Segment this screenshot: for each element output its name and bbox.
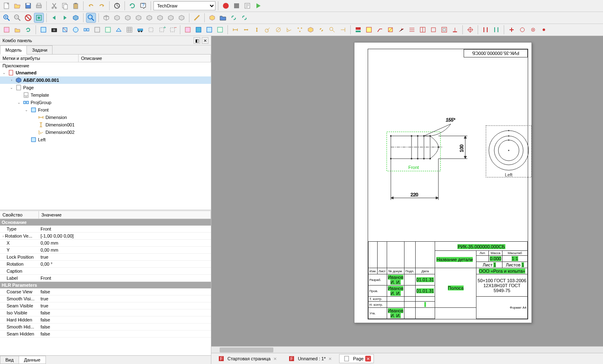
td-view-icon[interactable] [38,25,48,35]
cut-icon[interactable] [49,1,59,11]
nav-fwd-icon[interactable] [60,13,70,23]
tree-item-dim001[interactable]: Dimension001 [0,121,211,128]
td-section-icon[interactable] [60,25,70,35]
part-icon[interactable] [207,13,217,23]
tree-toggle-icon[interactable]: › [2,234,4,238]
prop-row[interactable]: TypeFront [0,226,211,233]
tree-item-page[interactable]: ⌄Page [0,84,211,91]
tree-item-dim[interactable]: Dimension [0,114,211,121]
link2-icon[interactable] [239,13,249,23]
td-projgroup-icon[interactable] [81,25,91,35]
macro-record-icon[interactable] [221,1,231,11]
td-hatch-icon[interactable] [183,25,193,35]
td-cosrect-icon[interactable] [428,25,438,35]
bottom-tab-view[interactable]: Вид [0,356,19,364]
close-icon[interactable]: ✕ [365,356,371,362]
measure-icon[interactable] [192,13,202,23]
tree-item-template[interactable]: Template [0,91,211,99]
panel-float-icon[interactable]: ◧ [194,37,200,44]
td-decor2-icon[interactable] [517,25,527,35]
view-cube1-icon[interactable] [101,13,111,23]
td-page-icon[interactable] [2,25,12,35]
td-geomhatch-icon[interactable] [194,25,203,35]
open-icon[interactable] [12,1,22,11]
prop-row[interactable]: Seam Hiddenfalse [0,331,211,338]
td-cosbase-icon[interactable] [450,25,460,35]
undo-icon[interactable] [86,1,96,11]
tree-item-projgroup[interactable]: ⌄ProjGroup [0,99,211,106]
td-cosline-icon[interactable] [407,25,417,35]
td-open-icon[interactable] [12,25,22,35]
td-dim-len-icon[interactable] [230,25,240,35]
canvas-hscroll[interactable] [211,346,603,353]
reload-icon[interactable] [127,1,137,11]
tab-model[interactable]: Модель [0,45,27,55]
td-image-icon[interactable] [215,25,225,35]
view-cube2-icon[interactable] [112,13,122,23]
td-cosvert-icon[interactable] [418,25,428,35]
td-rich-icon[interactable] [385,25,395,35]
td-export-icon[interactable] [353,25,363,35]
td-pt2-icon[interactable] [491,25,501,35]
tree-toggle-icon[interactable]: › [9,78,14,82]
view-cube8-icon[interactable] [177,13,187,23]
td-dim-dia-icon[interactable] [273,25,283,35]
scrollbar-thumb[interactable] [220,347,273,352]
nav-back-icon[interactable] [49,13,59,23]
td-spread-icon[interactable] [124,25,134,35]
save-icon[interactable] [23,1,33,11]
redo-icon[interactable] [97,1,107,11]
view-cube5-icon[interactable] [144,13,154,23]
prop-row[interactable]: Iso Visiblefalse [0,309,211,316]
td-decor3-icon[interactable] [528,25,538,35]
drawing-page[interactable]: РИК-35.000000.000СБ [354,42,532,323]
view-cube6-icon[interactable] [155,13,165,23]
bottom-tab-data[interactable]: Данные [19,356,46,364]
zoom-out-icon[interactable] [12,13,22,23]
prop-row[interactable]: Smooth Visi...true [0,295,211,302]
td-landdim-icon[interactable] [338,25,348,35]
td-anno-icon[interactable] [364,25,374,35]
td-clip-icon[interactable] [146,25,156,35]
prop-row[interactable]: Rotation0,00 ° [0,261,211,268]
tree-item-abvg[interactable]: ›АБВГ.000.00.001 [0,76,211,84]
td-clipadd-icon[interactable]: + [157,25,167,35]
doc-tab-unnamed[interactable]: F Unnamed : 1* ✕ [284,354,336,363]
prop-row[interactable]: Lock Positiontrue [0,254,211,261]
prop-row[interactable]: › Rotation Ve...[-1,00 0,00 0,00] [0,233,211,240]
canvas[interactable]: РИК-35.000000.000СБ [211,36,603,346]
zoom-select-icon[interactable] [86,13,96,23]
doc-tab-start[interactable]: F Стартовая страница ✕ [214,354,281,363]
td-pt1-icon[interactable] [481,25,491,35]
macro-edit-icon[interactable] [242,1,252,11]
td-dim-v-icon[interactable] [252,25,262,35]
paste-icon[interactable] [71,1,81,11]
td-tb1-icon[interactable] [92,25,102,35]
td-dim-ang-icon[interactable] [284,25,294,35]
td-weld-icon[interactable] [396,25,406,35]
close-icon[interactable]: ✕ [272,356,278,362]
td-decor4-icon[interactable] [539,25,549,35]
tree-toggle-icon[interactable]: ⌄ [24,108,29,112]
view-cube7-icon[interactable] [166,13,176,23]
td-refresh-icon[interactable] [23,25,33,35]
fit-all-icon[interactable] [34,13,44,23]
td-detail-icon[interactable] [71,25,81,35]
prop-row[interactable]: Coarse Viewfalse [0,288,211,295]
td-center-icon[interactable] [465,25,475,35]
panel-close-icon[interactable]: ✕ [202,37,208,44]
zoom-in-icon[interactable] [2,13,12,23]
prop-row[interactable]: Seam Visibletrue [0,302,211,309]
td-dim-rad-icon[interactable] [263,25,273,35]
td-leader-icon[interactable] [375,25,385,35]
tree-item-unnamed[interactable]: ⌄Unnamed [0,69,211,76]
td-tb2-icon[interactable] [103,25,113,35]
td-cosframe-icon[interactable] [439,25,449,35]
copy-icon[interactable] [60,1,70,11]
prop-row[interactable]: Hard Hiddenfalse [0,316,211,324]
td-decor1-icon[interactable] [507,25,517,35]
td-clipdel-icon[interactable]: − [168,25,177,35]
view-cube4-icon[interactable] [134,13,144,23]
link-icon[interactable] [229,13,239,23]
tree-item-dim002[interactable]: Dimension002 [0,128,211,136]
